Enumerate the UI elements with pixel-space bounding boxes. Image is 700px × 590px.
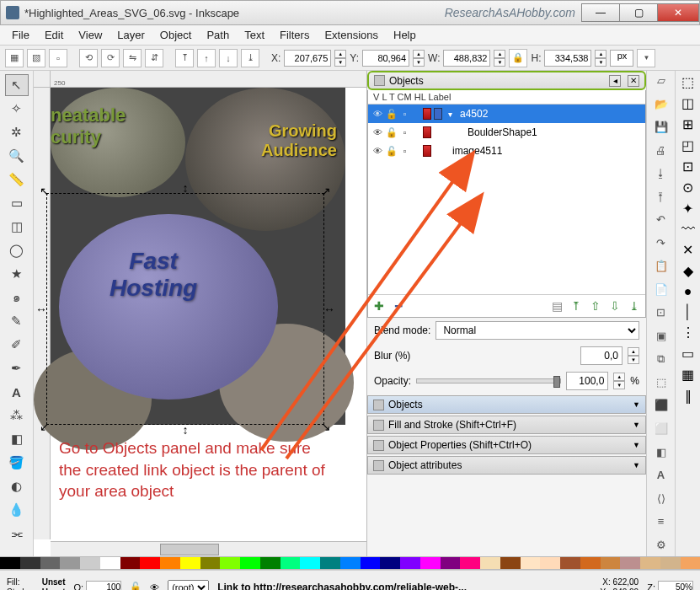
bezier-tool[interactable]: ✐	[5, 334, 29, 356]
deselect-button[interactable]: ▫	[49, 49, 67, 67]
lock-icon[interactable]: 🔓	[386, 127, 397, 138]
blend-mode-select[interactable]: Normal	[435, 321, 639, 340]
move-down-button[interactable]: ⇩	[607, 298, 623, 314]
minimize-button[interactable]: —	[581, 3, 620, 22]
colormark-icon[interactable]	[423, 108, 431, 120]
swatch[interactable]	[420, 557, 441, 569]
selection-bbox[interactable]: ↖ ↕ ↗ ↔ ↔ ↙ ↕ ↘	[46, 193, 324, 425]
swatch[interactable]	[80, 557, 100, 569]
fill-stroke-button[interactable]: ◧	[652, 446, 671, 464]
h-input[interactable]	[544, 50, 591, 67]
canvas-area[interactable]: 250 neatable curity Growing Audience Fas…	[34, 71, 366, 556]
resize-handle-s[interactable]: ↕	[179, 424, 191, 436]
w-input[interactable]	[443, 50, 490, 67]
3dbox-tool[interactable]: ◫	[5, 216, 29, 238]
swatch[interactable]	[100, 557, 120, 569]
raise-top-button[interactable]: ⤒	[175, 49, 194, 67]
snap-edge[interactable]: ⊞	[682, 116, 693, 132]
canvas-image[interactable]: neatable curity Growing Audience Fast Ho…	[51, 88, 345, 425]
flip-h-button[interactable]: ⇋	[123, 49, 142, 67]
swatch[interactable]	[340, 557, 361, 569]
snap-corner[interactable]: ◰	[681, 137, 694, 153]
snap-path[interactable]: 〰	[681, 222, 695, 237]
move-up-button[interactable]: ⇧	[588, 298, 603, 314]
colormark-icon[interactable]	[423, 145, 431, 157]
swatch[interactable]	[540, 557, 560, 569]
snap-grid[interactable]: ▦	[681, 367, 694, 383]
h-spinner[interactable]: ▲▼	[595, 50, 606, 67]
swatch[interactable]	[640, 557, 660, 569]
print-button[interactable]: 🖨	[652, 144, 671, 163]
blur-input[interactable]	[580, 346, 623, 365]
swatch[interactable]	[521, 557, 541, 569]
measure-tool[interactable]: 📏	[5, 169, 29, 190]
save-button[interactable]: 💾	[652, 121, 671, 139]
flip-v-button[interactable]: ⇵	[145, 49, 163, 67]
swatch[interactable]	[300, 557, 320, 569]
align-button[interactable]: ≡	[652, 515, 671, 534]
resize-handle-se[interactable]: ↘	[320, 421, 332, 432]
swatch[interactable]	[660, 557, 681, 569]
clone-button[interactable]: ⬚	[652, 376, 671, 394]
expand-icon[interactable]: ▾	[448, 110, 452, 119]
snap-guide[interactable]: ‖	[685, 388, 692, 404]
maximize-button[interactable]: ▢	[619, 3, 658, 22]
swatch[interactable]	[20, 557, 40, 569]
menu-path[interactable]: Path	[200, 27, 236, 43]
swatch[interactable]	[681, 557, 701, 569]
swatch[interactable]	[580, 557, 601, 569]
resize-handle-nw[interactable]: ↖	[39, 185, 51, 197]
layer-lock-icon[interactable]: 🔓	[130, 582, 142, 590]
menu-text[interactable]: Text	[238, 27, 271, 43]
menu-extensions[interactable]: Extensions	[318, 27, 385, 43]
menu-layer[interactable]: Layer	[110, 27, 152, 43]
unit-dropdown-icon[interactable]: ▼	[637, 49, 655, 67]
highlight-icon[interactable]	[434, 108, 442, 120]
xml-button[interactable]: ⟨⟩	[652, 492, 671, 511]
collapse-button[interactable]: ▤	[549, 298, 564, 314]
close-button[interactable]: ✕	[657, 3, 699, 22]
rectangle-tool[interactable]: ▭	[5, 192, 29, 214]
swatch[interactable]	[480, 557, 500, 569]
snap-intersect[interactable]: ✕	[682, 242, 693, 258]
panel-close-button[interactable]: ✕	[628, 75, 639, 87]
lower-bottom-button[interactable]: ⤓	[241, 49, 259, 67]
pencil-tool[interactable]: ✎	[5, 310, 29, 332]
resize-handle-ne[interactable]: ↗	[320, 185, 332, 197]
zoom-input[interactable]	[658, 581, 693, 591]
unit-select[interactable]: px	[610, 50, 633, 67]
swatch[interactable]	[220, 557, 240, 569]
swatch[interactable]	[320, 557, 340, 569]
lock-aspect-button[interactable]: 🔒	[509, 49, 527, 67]
eraser-tool[interactable]: ◧	[5, 428, 29, 450]
w-spinner[interactable]: ▲▼	[494, 50, 505, 67]
dropper-tool[interactable]: 💧	[5, 499, 29, 521]
tweak-tool[interactable]: ✲	[5, 121, 29, 143]
swatch[interactable]	[60, 557, 80, 569]
swatch[interactable]	[460, 557, 480, 569]
ungroup-button[interactable]: ⬜	[652, 422, 671, 441]
selector-tool[interactable]: ↖	[5, 74, 29, 96]
dock-object-attributes[interactable]: Object attributes▼	[367, 456, 646, 475]
menu-object[interactable]: Object	[153, 27, 199, 43]
snap-other[interactable]: ⋮	[681, 324, 695, 341]
object-row-bouldershape1[interactable]: 👁 🔓 ▫ BoulderShape1	[368, 123, 645, 142]
snap-toggle[interactable]: ⬚	[681, 74, 694, 90]
snap-line[interactable]: │	[684, 304, 692, 319]
opacity-spinner[interactable]: ▲▼	[613, 373, 625, 389]
opacity-status-input[interactable]	[86, 581, 121, 591]
swatch[interactable]	[361, 557, 381, 569]
import-button[interactable]: ⭳	[652, 167, 671, 185]
export-button[interactable]: ⭱	[652, 190, 671, 209]
swatch[interactable]	[281, 557, 301, 569]
horizontal-scrollbar[interactable]	[51, 541, 366, 556]
visibility-icon[interactable]: 👁	[372, 109, 383, 119]
lock-icon[interactable]: 🔓	[386, 109, 397, 120]
menu-filters[interactable]: Filters	[273, 27, 316, 43]
undo-button[interactable]: ↶	[652, 213, 671, 232]
redo-button[interactable]: ↷	[652, 237, 671, 255]
blur-spinner[interactable]: ▲▼	[628, 347, 639, 364]
objects-panel-header[interactable]: Objects ◂ ✕	[367, 71, 646, 90]
resize-handle-n[interactable]: ↕	[179, 182, 191, 194]
swatch[interactable]	[380, 557, 400, 569]
